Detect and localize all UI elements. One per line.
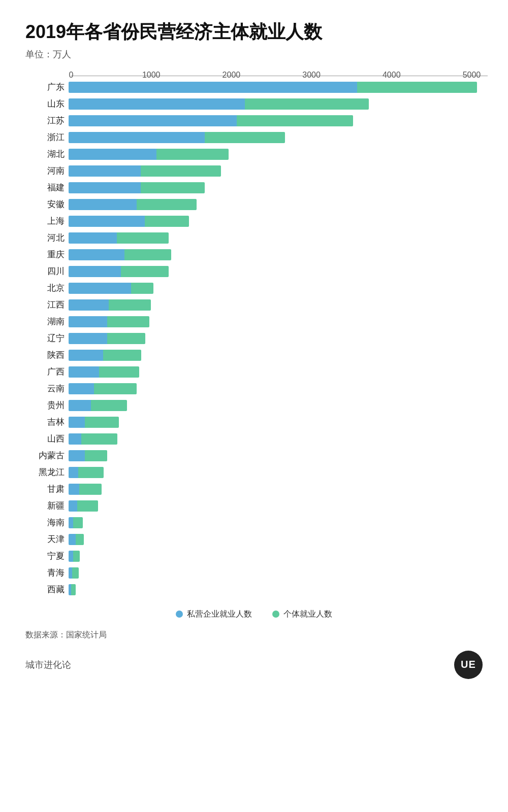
bar-track (69, 165, 221, 177)
bar-label: 广西 (25, 366, 69, 378)
bar-green-segment (85, 417, 119, 428)
bar-track (69, 199, 197, 210)
bars-container: 广东山东江苏浙江湖北河南福建安徽上海河北重庆四川北京江西湖南辽宁陕西广西云南贵州… (25, 80, 483, 597)
bar-track (69, 299, 151, 311)
bar-blue-segment (69, 366, 99, 378)
bar-blue-segment (69, 299, 109, 311)
bar-blue-segment (69, 484, 79, 495)
axis-row: 010002000300040005000 (71, 71, 483, 73)
bar-green-segment (141, 165, 221, 177)
axis-tick-label: 0 (69, 71, 74, 80)
bar-row: 北京 (25, 281, 483, 295)
bar-green-segment (78, 467, 104, 478)
bar-blue-segment (69, 149, 156, 160)
bar-row: 福建 (25, 181, 483, 195)
bar-green-segment (107, 333, 146, 344)
bar-green-segment (99, 366, 139, 378)
bar-label: 甘肃 (25, 483, 69, 495)
bar-green-segment (71, 584, 76, 595)
bar-blue-segment (69, 534, 76, 545)
bar-track (69, 383, 137, 394)
bar-row: 四川 (25, 264, 483, 279)
legend-label-blue: 私营企业就业人数 (187, 609, 252, 620)
bar-label: 西藏 (25, 584, 69, 595)
bar-track (69, 82, 477, 93)
bar-label: 湖北 (25, 148, 69, 160)
axis-line (71, 76, 488, 76)
bar-track (69, 132, 285, 143)
bar-row: 山东 (25, 97, 483, 111)
bar-blue-segment (69, 182, 141, 193)
legend-item-green: 个体就业人数 (272, 609, 332, 620)
bar-track (69, 350, 141, 361)
bar-green-segment (121, 266, 169, 277)
bar-track (69, 450, 107, 461)
axis-tick-label: 3000 (302, 71, 321, 80)
bar-track (69, 249, 171, 260)
bar-row: 重庆 (25, 248, 483, 262)
page-title: 2019年各省份民营经济主体就业人数 (25, 20, 483, 44)
bar-label: 宁夏 (25, 550, 69, 562)
bar-row: 河北 (25, 231, 483, 245)
bar-row: 广东 (25, 80, 483, 94)
bar-green-segment (205, 132, 285, 143)
bar-label: 浙江 (25, 131, 69, 143)
bar-row: 湖北 (25, 147, 483, 161)
legend-label-green: 个体就业人数 (283, 609, 332, 620)
bar-row: 新疆 (25, 499, 483, 513)
source-label: 数据来源：国家统计局 (25, 630, 483, 640)
bar-row: 宁夏 (25, 549, 483, 563)
bar-blue-segment (69, 132, 205, 143)
bar-green-segment (73, 551, 80, 562)
bar-green-segment (81, 433, 117, 445)
bar-track (69, 283, 153, 294)
bar-track (69, 182, 205, 193)
bar-blue-segment (69, 400, 91, 411)
bar-row: 安徽 (25, 197, 483, 212)
bar-green-segment (156, 149, 229, 160)
chart-container: 010002000300040005000 广东山东江苏浙江湖北河南福建安徽上海… (25, 71, 483, 597)
bar-track (69, 567, 79, 579)
bar-label: 安徽 (25, 198, 69, 210)
bar-blue-segment (69, 232, 117, 244)
bar-label: 河北 (25, 232, 69, 244)
bar-green-segment (94, 383, 137, 394)
bar-track (69, 333, 145, 344)
bar-blue-segment (69, 350, 103, 361)
bar-label: 重庆 (25, 249, 69, 260)
bar-label: 天津 (25, 533, 69, 545)
unit-label: 单位：万人 (25, 48, 483, 60)
bar-blue-segment (69, 165, 141, 177)
bar-row: 广西 (25, 365, 483, 379)
bar-blue-segment (69, 98, 245, 110)
bar-blue-segment (69, 433, 81, 445)
bar-green-segment (145, 216, 189, 227)
bar-track (69, 551, 80, 562)
bar-blue-segment (69, 467, 78, 478)
bar-label: 江苏 (25, 115, 69, 126)
bar-green-segment (237, 115, 353, 126)
bar-green-segment (85, 450, 107, 461)
bar-green-segment (357, 82, 478, 93)
bar-track (69, 98, 369, 110)
bar-track (69, 417, 119, 428)
bar-blue-segment (69, 551, 73, 562)
bar-track (69, 232, 169, 244)
bar-track (69, 584, 76, 595)
legend: 私营企业就业人数 个体就业人数 (25, 609, 483, 620)
bar-label: 陕西 (25, 349, 69, 361)
bar-blue-segment (69, 216, 145, 227)
bar-row: 江西 (25, 298, 483, 312)
bar-label: 上海 (25, 215, 69, 227)
bar-row: 河南 (25, 164, 483, 178)
bar-green-segment (124, 249, 171, 260)
bar-track (69, 149, 229, 160)
bar-row: 云南 (25, 382, 483, 396)
bar-blue-segment (69, 266, 121, 277)
bar-track (69, 534, 84, 545)
bar-blue-segment (69, 115, 237, 126)
bar-track (69, 517, 83, 528)
bar-row: 江苏 (25, 114, 483, 128)
bar-label: 吉林 (25, 416, 69, 428)
legend-dot-blue (176, 611, 183, 618)
